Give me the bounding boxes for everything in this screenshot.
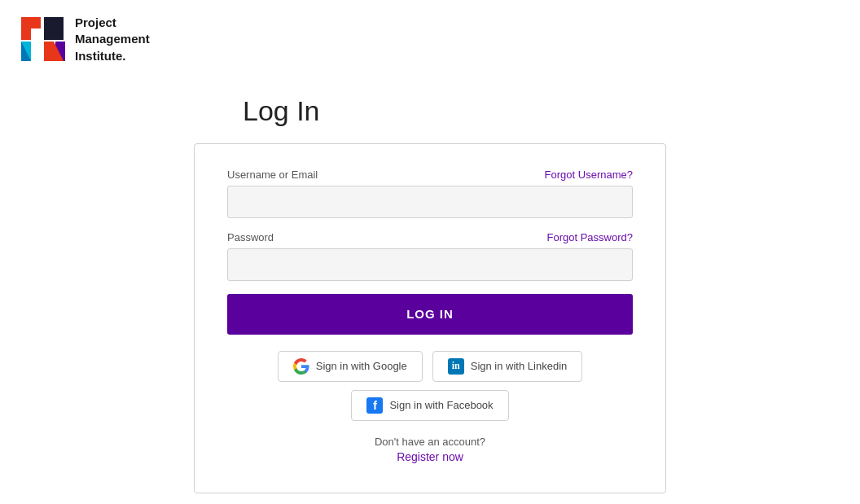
google-signin-button[interactable]: Sign in with Google bbox=[278, 351, 423, 382]
google-signin-label: Sign in with Google bbox=[316, 360, 407, 372]
register-section: Don't have an account? Register now bbox=[227, 434, 633, 463]
google-icon bbox=[293, 358, 309, 375]
register-prompt: Don't have an account? bbox=[375, 436, 485, 448]
logo-icon bbox=[20, 15, 67, 63]
linkedin-icon: in bbox=[448, 358, 464, 375]
social-row-top: Sign in with Google in Sign in with Link… bbox=[278, 351, 583, 382]
login-card: Username or Email Forgot Username? Passw… bbox=[194, 143, 666, 493]
username-input[interactable] bbox=[227, 186, 633, 218]
social-buttons-container: Sign in with Google in Sign in with Link… bbox=[227, 351, 633, 421]
forgot-username-link[interactable]: Forgot Username? bbox=[545, 169, 633, 181]
login-button[interactable]: LOG IN bbox=[227, 294, 633, 335]
password-input[interactable] bbox=[227, 248, 633, 281]
logo: Project Management Institute. bbox=[20, 15, 840, 64]
forgot-password-link[interactable]: Forgot Password? bbox=[547, 231, 634, 243]
password-label: Password bbox=[227, 231, 274, 243]
header: Project Management Institute. bbox=[0, 0, 860, 79]
username-label: Username or Email bbox=[227, 169, 318, 181]
logo-text: Project Management Institute. bbox=[75, 15, 150, 64]
facebook-signin-label: Sign in with Facebook bbox=[389, 399, 493, 411]
page-title: Log In bbox=[243, 95, 320, 127]
linkedin-signin-button[interactable]: in Sign in with Linkedin bbox=[432, 351, 583, 382]
password-field-header: Password Forgot Password? bbox=[227, 231, 633, 243]
svg-rect-3 bbox=[54, 17, 64, 40]
linkedin-signin-label: Sign in with Linkedin bbox=[471, 360, 568, 372]
svg-rect-1 bbox=[21, 17, 31, 40]
register-link[interactable]: Register now bbox=[227, 450, 633, 463]
facebook-icon: f bbox=[366, 397, 383, 414]
main-content: Log In Username or Email Forgot Username… bbox=[0, 79, 860, 493]
username-field-header: Username or Email Forgot Username? bbox=[227, 169, 633, 181]
facebook-signin-button[interactable]: f Sign in with Facebook bbox=[351, 390, 508, 421]
